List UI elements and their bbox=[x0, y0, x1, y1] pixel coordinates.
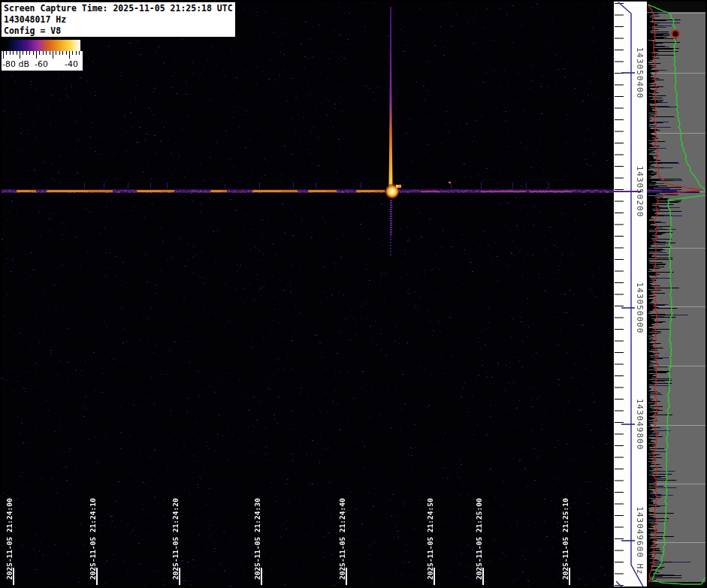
amplitude-colorbar: -80 dB -60 -40 bbox=[2, 40, 83, 71]
time-tick bbox=[569, 568, 570, 585]
colorbar-major-ticks bbox=[3, 51, 81, 59]
colorbar-label--80db: -80 dB bbox=[2, 59, 29, 69]
time-tick bbox=[96, 568, 98, 585]
spectrum-side-panel bbox=[647, 0, 707, 588]
capture-time-text: Screen Capture Time: 2025-11-05 21:25:18… bbox=[4, 3, 233, 14]
time-tick bbox=[13, 568, 14, 585]
center-frequency-text: 143048017 Hz bbox=[4, 14, 233, 26]
colorbar-label--60db: -60 bbox=[35, 59, 48, 69]
time-tick bbox=[179, 568, 180, 585]
colorbar-label--40db: -40 bbox=[65, 59, 78, 69]
frequency-tick-label: 143050200 bbox=[635, 166, 645, 218]
time-tick bbox=[482, 568, 484, 585]
frequency-tick-label: 143049600 Hz bbox=[635, 506, 645, 574]
time-tick bbox=[346, 568, 347, 585]
frequency-tick-label: 143050400 bbox=[635, 47, 645, 99]
screen-capture: 1430504001430502001430500001430498001430… bbox=[0, 0, 707, 588]
config-text: Config = V8 bbox=[4, 26, 233, 37]
time-tick bbox=[261, 568, 262, 585]
capture-info-box: Screen Capture Time: 2025-11-05 21:25:18… bbox=[2, 2, 235, 37]
frequency-tick-label: 143050000 bbox=[635, 282, 645, 334]
time-tick bbox=[434, 568, 435, 585]
colorbar-scale: -80 dB -60 -40 bbox=[2, 51, 83, 71]
frequency-tick-label: 143049800 bbox=[635, 399, 645, 451]
colorbar-gradient bbox=[6, 40, 80, 51]
